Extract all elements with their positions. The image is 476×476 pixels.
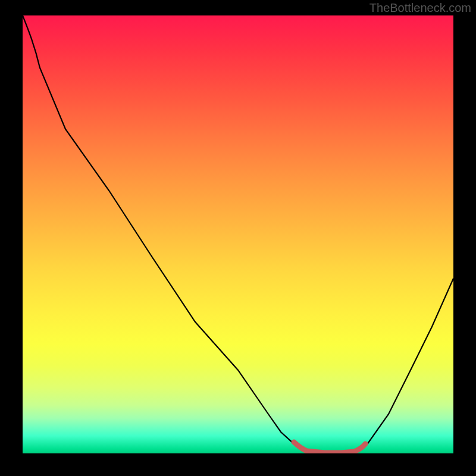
optimal-range-marker xyxy=(294,442,365,453)
bottleneck-curve xyxy=(23,15,453,453)
watermark-text: TheBottleneck.com xyxy=(369,1,471,15)
plot-area xyxy=(23,15,453,453)
chart-svg xyxy=(23,15,453,453)
